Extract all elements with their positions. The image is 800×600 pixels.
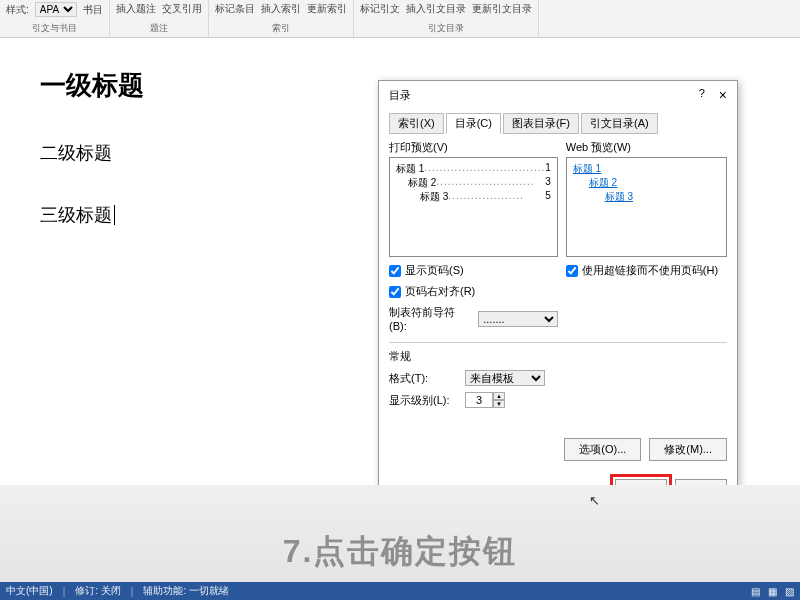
status-bar: 中文(中国) | 修订: 关闭 | 辅助功能: 一切就绪 ▤ ▦ ▨ — [0, 582, 800, 600]
style-label: 样式: — [6, 3, 29, 17]
mark-entry-button[interactable]: 标记条目 — [215, 2, 255, 16]
heading-3: 三级标题 — [40, 205, 115, 225]
dialog-titlebar: 目录 ? × — [379, 81, 737, 109]
web-link: 标题 2 — [589, 176, 720, 190]
levels-spinner[interactable]: ▲▼ — [465, 392, 505, 408]
ribbon-group-label: 引文目录 — [360, 22, 532, 35]
spin-down-icon[interactable]: ▼ — [493, 400, 505, 408]
biblio-button[interactable]: 书目 — [83, 3, 103, 17]
tab-authorities[interactable]: 引文目录(A) — [581, 113, 658, 134]
print-preview-box: 标题 1................................1 标题… — [389, 157, 558, 257]
ribbon-group-toa: 标记引文 插入引文目录 更新引文目录 引文目录 — [354, 0, 539, 37]
insert-caption-button[interactable]: 插入题注 — [116, 2, 156, 16]
cross-ref-button[interactable]: 交叉引用 — [162, 2, 202, 16]
print-preview-label: 打印预览(V) — [389, 140, 558, 155]
general-section-label: 常规 — [389, 349, 727, 364]
dialog-title: 目录 — [389, 88, 411, 103]
leader-label: 制表符前导符(B): — [389, 305, 472, 332]
status-lang[interactable]: 中文(中国) — [6, 584, 53, 598]
view-web-icon[interactable]: ▨ — [785, 586, 794, 597]
hyperlinks-label: 使用超链接而不使用页码(H) — [582, 263, 718, 278]
hyperlinks-checkbox[interactable] — [566, 265, 578, 277]
style-select[interactable]: APA — [35, 2, 77, 17]
right-align-label: 页码右对齐(R) — [405, 284, 475, 299]
tab-index[interactable]: 索引(X) — [389, 113, 444, 134]
format-select[interactable]: 来自模板 — [465, 370, 545, 386]
levels-label: 显示级别(L): — [389, 393, 459, 408]
show-pagenum-label: 显示页码(S) — [405, 263, 464, 278]
spin-up-icon[interactable]: ▲ — [493, 392, 505, 400]
tab-toc[interactable]: 目录(C) — [446, 113, 501, 134]
web-link: 标题 3 — [605, 190, 720, 204]
close-icon[interactable]: × — [719, 87, 727, 103]
ribbon-group-label: 索引 — [215, 22, 347, 35]
status-access[interactable]: 辅助功能: 一切就绪 — [143, 584, 229, 598]
cursor-icon: ↖ — [589, 493, 600, 508]
options-button[interactable]: 选项(O)... — [564, 438, 641, 461]
tab-figures[interactable]: 图表目录(F) — [503, 113, 579, 134]
web-preview-label: Web 预览(W) — [566, 140, 727, 155]
toc-dialog: 目录 ? × 索引(X) 目录(C) 图表目录(F) 引文目录(A) 打印预览(… — [378, 80, 738, 513]
tutorial-caption: 7.点击确定按钮 — [283, 530, 518, 574]
web-link: 标题 1 — [573, 162, 720, 176]
ribbon-group-captions: 插入题注 交叉引用 题注 — [110, 0, 209, 37]
mark-citation-button[interactable]: 标记引文 — [360, 2, 400, 16]
insert-toa-button[interactable]: 插入引文目录 — [406, 2, 466, 16]
tutorial-caption-band: ↖ 7.点击确定按钮 — [0, 485, 800, 582]
view-readmode-icon[interactable]: ▤ — [751, 586, 760, 597]
ribbon-group-citations: 样式: APA 书目 引文与书目 — [0, 0, 110, 37]
help-icon[interactable]: ? — [699, 87, 705, 103]
view-print-icon[interactable]: ▦ — [768, 586, 777, 597]
levels-input[interactable] — [465, 392, 493, 408]
web-preview-box: 标题 1 标题 2 标题 3 — [566, 157, 727, 257]
format-label: 格式(T): — [389, 371, 459, 386]
show-pagenum-checkbox[interactable] — [389, 265, 401, 277]
update-toa-button[interactable]: 更新引文目录 — [472, 2, 532, 16]
ribbon-group-label: 题注 — [116, 22, 202, 35]
leader-select[interactable]: ....... — [478, 311, 558, 327]
update-index-button[interactable]: 更新索引 — [307, 2, 347, 16]
status-track[interactable]: 修订: 关闭 — [75, 584, 121, 598]
modify-button[interactable]: 修改(M)... — [649, 438, 727, 461]
dialog-tabs: 索引(X) 目录(C) 图表目录(F) 引文目录(A) — [389, 113, 727, 134]
ribbon-group-label: 引文与书目 — [6, 22, 103, 35]
ribbon: 样式: APA 书目 引文与书目 插入题注 交叉引用 题注 标记条目 插入索引 … — [0, 0, 800, 38]
insert-index-button[interactable]: 插入索引 — [261, 2, 301, 16]
ribbon-group-index: 标记条目 插入索引 更新索引 索引 — [209, 0, 354, 37]
right-align-checkbox[interactable] — [389, 286, 401, 298]
